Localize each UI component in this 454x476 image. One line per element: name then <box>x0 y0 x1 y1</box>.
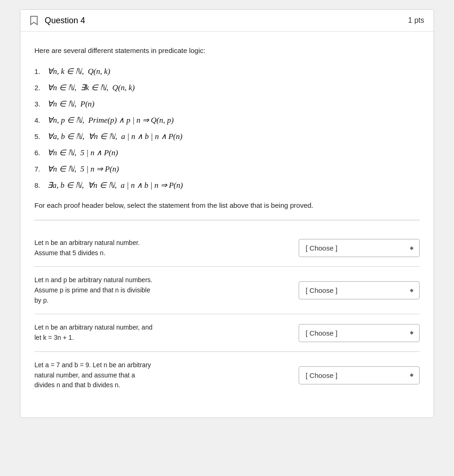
stmt-math-3: ∀n ∈ ℕ, P(n) <box>47 99 94 109</box>
question-header-left: Question 4 <box>30 15 85 26</box>
proof-rows: Let n be an arbitrary natural number.Ass… <box>34 230 420 399</box>
page-container: Question 4 1 pts Here are several differ… <box>9 9 445 467</box>
statements-list: 1. ∀n, k ∈ ℕ, Q(n, k) 2. ∀n ∈ ℕ, ∃k ∈ ℕ,… <box>34 66 420 190</box>
stmt-math-2: ∀n ∈ ℕ, ∃k ∈ ℕ, Q(n, k) <box>47 83 135 93</box>
proof-select-4[interactable]: [ Choose ] 1 2 3 4 5 6 7 8 <box>299 366 420 384</box>
stmt-num-1: 1. <box>34 67 44 75</box>
proof-description-1: Let n be an arbitrary natural number.Ass… <box>34 238 289 258</box>
statement-6: 6. ∀n ∈ ℕ, 5 | n ∧ P(n) <box>34 148 420 158</box>
question-body: Here are several different statements in… <box>20 32 434 417</box>
statement-8: 8. ∃a, b ∈ ℕ, ∀n ∈ ℕ, a | n ∧ b | n ⇒ P(… <box>34 180 420 190</box>
proof-select-3[interactable]: [ Choose ] 1 2 3 4 5 6 7 8 <box>299 324 420 342</box>
stmt-math-7: ∀n ∈ ℕ, 5 | n ⇒ P(n) <box>47 164 119 174</box>
question-pts: 1 pts <box>408 16 424 25</box>
proof-select-2[interactable]: [ Choose ] 1 2 3 4 5 6 7 8 <box>299 281 420 299</box>
question-title: Question 4 <box>45 16 85 26</box>
section-divider <box>34 220 420 220</box>
proof-select-1[interactable]: [ Choose ] 1 2 3 4 5 6 7 8 <box>299 239 420 257</box>
proof-select-wrapper-1: [ Choose ] 1 2 3 4 5 6 7 8 <box>299 239 420 257</box>
question-card: Question 4 1 pts Here are several differ… <box>20 9 434 418</box>
stmt-num-5: 5. <box>34 132 44 140</box>
proof-description-4: Let a = 7 and b = 9. Let n be an arbitra… <box>34 360 289 390</box>
proof-description-3: Let n be an arbitrary natural number, an… <box>34 323 289 343</box>
stmt-math-6: ∀n ∈ ℕ, 5 | n ∧ P(n) <box>47 148 118 158</box>
proof-row-3: Let n be an arbitrary natural number, an… <box>34 314 420 351</box>
statement-7: 7. ∀n ∈ ℕ, 5 | n ⇒ P(n) <box>34 164 420 174</box>
proof-instruction: For each proof header below, select the … <box>34 200 420 211</box>
question-header: Question 4 1 pts <box>20 10 434 32</box>
stmt-num-8: 8. <box>34 181 44 189</box>
proof-row-1: Let n be an arbitrary natural number.Ass… <box>34 230 420 267</box>
proof-description-2: Let n and p be arbitrary natural numbers… <box>34 275 289 305</box>
stmt-num-6: 6. <box>34 149 44 157</box>
proof-select-wrapper-3: [ Choose ] 1 2 3 4 5 6 7 8 <box>299 324 420 342</box>
proof-select-wrapper-2: [ Choose ] 1 2 3 4 5 6 7 8 <box>299 281 420 299</box>
stmt-num-3: 3. <box>34 100 44 108</box>
statement-1: 1. ∀n, k ∈ ℕ, Q(n, k) <box>34 66 420 76</box>
intro-text: Here are several different statements in… <box>34 46 420 56</box>
stmt-math-4: ∀n, p ∈ ℕ, Prime(p) ∧ p | n ⇒ Q(n, p) <box>47 115 174 125</box>
stmt-math-5: ∀a, b ∈ ℕ, ∀n ∈ ℕ, a | n ∧ b | n ∧ P(n) <box>47 132 182 141</box>
bookmark-icon <box>30 15 38 26</box>
proof-select-wrapper-4: [ Choose ] 1 2 3 4 5 6 7 8 <box>299 366 420 384</box>
stmt-math-1: ∀n, k ∈ ℕ, Q(n, k) <box>47 66 110 76</box>
stmt-math-8: ∃a, b ∈ ℕ, ∀n ∈ ℕ, a | n ∧ b | n ⇒ P(n) <box>47 180 183 190</box>
proof-row-2: Let n and p be arbitrary natural numbers… <box>34 267 420 314</box>
statement-5: 5. ∀a, b ∈ ℕ, ∀n ∈ ℕ, a | n ∧ b | n ∧ P(… <box>34 132 420 141</box>
proof-row-4: Let a = 7 and b = 9. Let n be an arbitra… <box>34 352 420 399</box>
statement-4: 4. ∀n, p ∈ ℕ, Prime(p) ∧ p | n ⇒ Q(n, p) <box>34 115 420 125</box>
statement-3: 3. ∀n ∈ ℕ, P(n) <box>34 99 420 109</box>
stmt-num-7: 7. <box>34 165 44 173</box>
stmt-num-2: 2. <box>34 84 44 92</box>
statement-2: 2. ∀n ∈ ℕ, ∃k ∈ ℕ, Q(n, k) <box>34 83 420 93</box>
stmt-num-4: 4. <box>34 116 44 124</box>
